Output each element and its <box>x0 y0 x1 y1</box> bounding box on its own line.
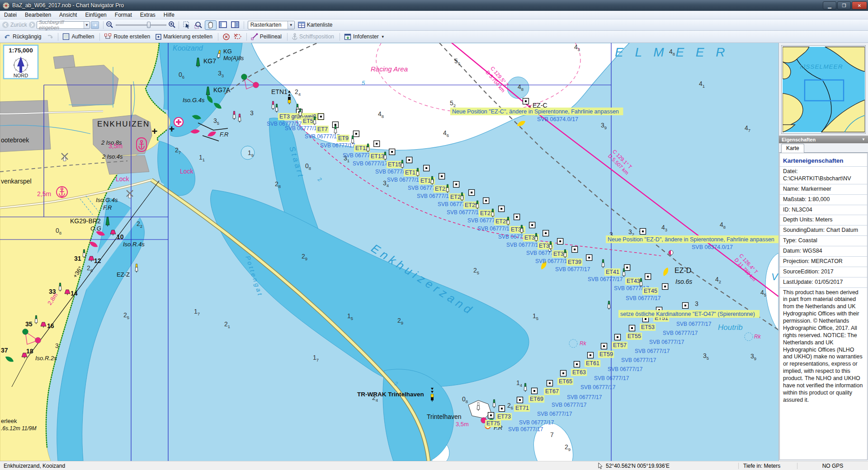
mark-icon <box>155 33 162 40</box>
svb-reference: SVB 06777/17 <box>508 426 543 432</box>
svb-reference: SVB 06777/17 <box>676 321 712 327</box>
title-bar[interactable]: BaZ_ab_W06_2017.nob - Chart Navigator Pr… <box>0 0 868 11</box>
buoy-ball-icon <box>35 338 41 343</box>
place-label: Iso.G.4s <box>183 97 205 103</box>
ship-position-button[interactable]: Schiffsposition <box>290 33 337 41</box>
minimize-button[interactable]: ▁ <box>823 1 836 9</box>
place-label: 14 <box>71 290 78 297</box>
delete-mark-tool[interactable] <box>221 33 231 41</box>
property-row-3: ID: NL3C04 <box>780 205 867 215</box>
et-buoy-label: ET63 <box>572 369 586 376</box>
status-coordinates: 52°40.562'N 005°19.936'E <box>606 463 670 469</box>
depth-sounding: 3 <box>695 300 698 307</box>
et-buoy-label: ET13 <box>371 153 384 160</box>
brighten-button[interactable]: Aufhellen <box>61 33 97 41</box>
buoy-sqmark-icon <box>588 352 594 358</box>
close-button[interactable]: ✕ <box>852 1 867 9</box>
et-buoy-label: ET61 <box>586 360 599 367</box>
chart-canvas[interactable]: 1:75,000 NORD 06333351927112448555243484… <box>0 43 778 461</box>
et-buoy-label: ET69 <box>530 396 543 402</box>
menu-bar: DateiBearbeitenAnsichtEinfügenFormatExtr… <box>0 11 868 19</box>
svb-reference: SVB 06777/17 <box>567 394 602 400</box>
menu-item-einfgen[interactable]: Einfügen <box>81 11 110 19</box>
place-label: 2 Iso.4s <box>102 153 123 160</box>
pan-tool[interactable] <box>205 20 217 30</box>
property-row-10: LastUpdate: 01/05/2017 <box>780 277 867 287</box>
place-label: KG29-BR2 <box>70 217 101 225</box>
ruler-label: Peillineal <box>260 33 282 40</box>
toolbar-navigation: Zurück Suchbegriff eingeben ▼ ➜ Rasterka… <box>0 19 868 31</box>
brighten-label: Aufhellen <box>71 33 94 40</box>
info-window-label: Infofenster <box>353 33 379 40</box>
properties-header[interactable]: Eigenschaften ▼ <box>779 136 868 143</box>
split-window-layout[interactable] <box>230 21 241 29</box>
overview-inset-map[interactable]: IJSSELMEER <box>781 45 866 134</box>
delete-route-tool[interactable] <box>232 33 244 41</box>
svb-reference: SVB 06777/17 <box>635 348 670 354</box>
magenta-label: 3,5m <box>108 142 123 150</box>
single-window-layout[interactable] <box>217 21 229 29</box>
search-placeholder: Suchbegriff eingeben <box>39 19 84 30</box>
magenta-label: 2,5m <box>37 190 51 197</box>
property-row-5: SoundingDatum: Chart Datum <box>780 225 867 235</box>
info-window-button[interactable]: Infofenster ▼ <box>343 33 386 41</box>
zoom-area-tool[interactable] <box>193 21 204 29</box>
buoy-sqmark-icon <box>517 397 523 403</box>
create-route-button[interactable]: Route erstellen <box>103 33 153 41</box>
zoom-slider[interactable] <box>116 21 166 28</box>
menu-item-ansicht[interactable]: Ansicht <box>55 11 81 19</box>
chart-type-dropdown-icon[interactable]: ▼ <box>288 21 294 29</box>
place-label: 31 <box>74 255 81 262</box>
magenta-label: Rk <box>754 334 761 340</box>
chart-type-select[interactable]: Rasterkarten ▼ <box>248 21 295 29</box>
redo-button[interactable] <box>45 33 55 41</box>
place-label: erleek <box>1 418 17 424</box>
svb-reference: SVB 06777/17 <box>535 258 571 264</box>
svb-reference: SVB 06777/17 <box>552 402 587 408</box>
place-label: 10 <box>117 233 124 240</box>
et-buoy-label: ET71 <box>515 405 529 411</box>
menu-item-format[interactable]: Format <box>111 11 136 19</box>
et-buoy-label: ET7 <box>317 126 328 132</box>
place-label: 37 <box>1 347 8 354</box>
inset-sea-label: IJSSELMEER <box>800 64 843 70</box>
place-label: Iso.R.2s <box>35 355 57 362</box>
maximize-button[interactable]: ❐ <box>837 1 851 9</box>
svb-reference: SVB 06777/17 <box>588 276 623 282</box>
status-bar: Enkhuizerzand, Kooizand 52°40.562'N 005°… <box>0 461 868 470</box>
menu-item-bearbeiten[interactable]: Bearbeiten <box>21 11 55 19</box>
forward-icon[interactable] <box>28 21 36 28</box>
et-buoy-label: ET5 <box>303 118 313 124</box>
select-tool[interactable] <box>182 21 192 29</box>
buoy-sqmark-icon <box>547 381 553 386</box>
undo-button[interactable]: Rückgängig <box>2 33 44 41</box>
redo-icon <box>46 33 54 40</box>
menu-item-datei[interactable]: Datei <box>0 11 21 19</box>
scale-north-box: 1:75,000 NORD <box>4 45 38 79</box>
back-icon[interactable] <box>2 21 9 28</box>
place-label: 35 <box>25 320 33 328</box>
svb-reference: SVB 06777/17 <box>387 177 422 183</box>
create-mark-button[interactable]: Markierung erstellen <box>154 33 215 41</box>
collapse-icon[interactable]: ▼ <box>862 137 865 141</box>
bearing-ruler-button[interactable]: Peillineal <box>250 33 284 41</box>
buoy-cardinal_n-icon <box>288 90 291 104</box>
search-go-button[interactable]: ➜ <box>91 21 99 29</box>
buoy-sqmark-icon <box>624 265 630 271</box>
property-row-6: Type: Coastal <box>780 235 867 246</box>
back-button[interactable]: Zurück <box>10 22 27 28</box>
menu-item-hilfe[interactable]: Hilfe <box>160 11 179 19</box>
zoom-out-icon[interactable] <box>106 21 114 29</box>
place-label: EZ-Z <box>117 271 130 278</box>
zoom-slider-thumb[interactable] <box>147 22 151 28</box>
tab-karte[interactable]: Karte <box>781 144 804 153</box>
zoom-in-icon[interactable] <box>168 21 176 29</box>
chart-list-button[interactable]: Kartenliste <box>297 21 335 29</box>
application-window: BaZ_ab_W06_2017.nob - Chart Navigator Pr… <box>0 0 868 470</box>
menu-item-extras[interactable]: Extras <box>136 11 160 19</box>
et-buoy-label: ET9 <box>338 135 349 141</box>
search-dropdown-icon[interactable]: ▼ <box>84 22 89 28</box>
svb-reference: SVB 06777/17 <box>594 375 629 381</box>
property-row-4: Depth Units: Meters <box>780 215 867 225</box>
search-input[interactable]: Suchbegriff eingeben ▼ <box>37 21 90 29</box>
